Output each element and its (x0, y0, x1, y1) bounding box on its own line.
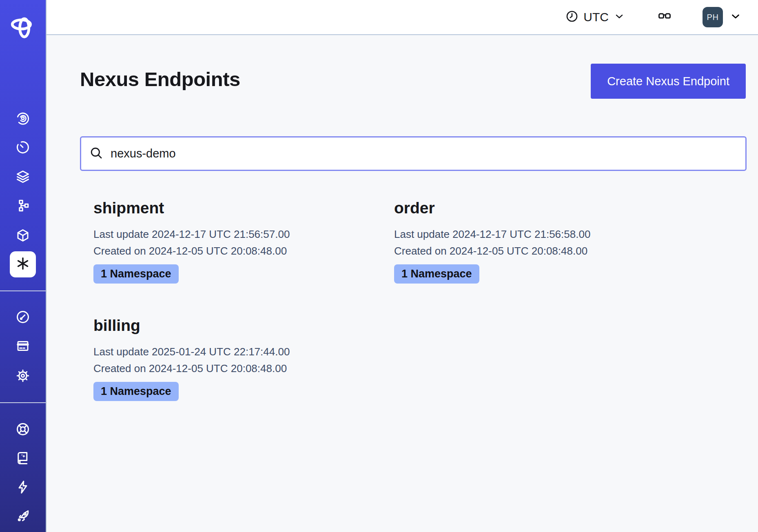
top-header: UTC PH (47, 0, 758, 35)
endpoint-name[interactable]: billing (93, 317, 394, 335)
endpoint-grid: shipment Last update 2024-12-17 UTC 21:5… (93, 199, 730, 434)
timezone-selector[interactable]: UTC (565, 10, 625, 24)
endpoint-name[interactable]: shipment (93, 199, 394, 217)
sidebar-item-usage[interactable] (0, 304, 46, 330)
endpoint-created-on: Created on 2024-12-05 UTC 20:08:48.00 (93, 243, 394, 259)
account-menu[interactable]: PH (703, 7, 742, 27)
batch-layers-icon (16, 169, 30, 184)
usage-gauge-icon (16, 310, 30, 324)
sidebar-item-billing[interactable] (0, 333, 46, 359)
workflows-eye-icon (16, 111, 30, 126)
page-title: Nexus Endpoints (80, 68, 240, 91)
endpoint-last-update: Last update 2025-01-24 UTC 22:17:44.00 (93, 344, 394, 360)
endpoint-last-update: Last update 2024-12-17 UTC 21:56:57.00 (93, 226, 394, 243)
sidebar-item-deployments[interactable] (0, 193, 46, 219)
namespace-count-badge: 1 Namespace (394, 264, 479, 284)
temporal-logo[interactable] (0, 11, 46, 41)
sidebar-item-quickstart[interactable] (0, 474, 46, 500)
endpoint-created-on: Created on 2024-12-05 UTC 20:08:48.00 (394, 243, 695, 259)
create-nexus-endpoint-button[interactable]: Create Nexus Endpoint (591, 64, 746, 99)
deployments-graph-icon (16, 198, 30, 213)
endpoint-created-on: Created on 2024-12-05 UTC 20:08:48.00 (93, 360, 394, 377)
sidebar-item-workflows[interactable] (0, 105, 46, 131)
endpoint-card-order[interactable]: order Last update 2024-12-17 UTC 21:56:5… (394, 199, 695, 317)
chevron-down-icon (614, 11, 625, 24)
sidebar-divider (0, 290, 46, 291)
endpoint-name[interactable]: order (394, 199, 695, 217)
endpoint-search-box[interactable] (80, 136, 747, 171)
sidebar-item-batch-operations[interactable] (0, 164, 46, 190)
sidebar (0, 0, 47, 532)
chevron-down-icon (729, 10, 742, 24)
clock-icon (565, 10, 578, 24)
labs-mode-button[interactable] (657, 9, 672, 26)
namespace-count-badge: 1 Namespace (93, 382, 179, 401)
sidebar-item-namespaces[interactable] (0, 222, 46, 248)
getting-started-rocket-icon (16, 509, 30, 523)
avatar-initials: PH (707, 13, 719, 22)
main-content: Nexus Endpoints Create Nexus Endpoint sh… (47, 36, 758, 532)
app-window: UTC PH (0, 0, 758, 532)
settings-gear-icon (16, 368, 30, 383)
nexus-asterisk-icon (15, 255, 31, 273)
avatar[interactable]: PH (703, 7, 723, 27)
search-icon (89, 146, 103, 162)
namespaces-cube-icon (16, 228, 30, 243)
sidebar-item-settings[interactable] (0, 363, 46, 389)
quickstart-lightning-icon (16, 480, 30, 494)
endpoint-card-billing[interactable]: billing Last update 2025-01-24 UTC 22:17… (93, 317, 394, 434)
sidebar-item-getting-started[interactable] (0, 503, 46, 529)
endpoint-card-shipment[interactable]: shipment Last update 2024-12-17 UTC 21:5… (93, 199, 394, 317)
timezone-label: UTC (583, 10, 609, 24)
sidebar-item-docs[interactable] (0, 445, 46, 471)
support-lifebuoy-icon (16, 422, 30, 437)
billing-card-icon (16, 339, 30, 353)
search-input[interactable] (103, 137, 737, 170)
endpoint-last-update: Last update 2024-12-17 UTC 21:56:58.00 (394, 226, 695, 243)
glasses-icon (657, 9, 672, 26)
schedules-timer-icon (16, 140, 30, 155)
sidebar-divider (0, 402, 46, 403)
sidebar-item-schedules[interactable] (0, 134, 46, 160)
namespace-count-badge: 1 Namespace (93, 264, 179, 284)
sidebar-item-nexus-active[interactable] (10, 251, 36, 277)
sidebar-item-support[interactable] (0, 416, 46, 442)
docs-book-icon (16, 451, 30, 466)
